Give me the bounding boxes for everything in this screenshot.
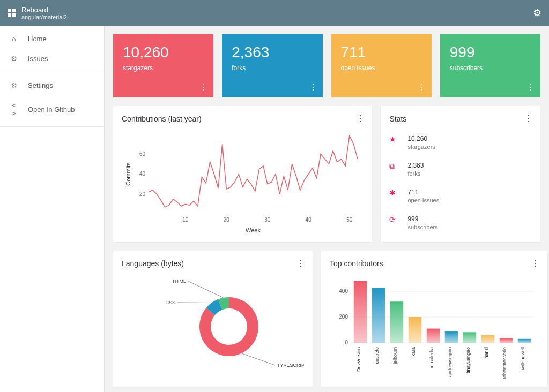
stat-value: 2,363 [232,44,313,61]
more-icon[interactable]: ⋮ [531,258,540,268]
more-icon[interactable]: ⋮ [356,114,365,124]
svg-text:HTML: HTML [173,278,187,284]
stat-value: 999 [450,44,531,61]
code-icon: < > [9,101,19,117]
settings-icon[interactable]: ⚙ [533,7,541,19]
svg-line-10 [188,281,224,298]
svg-text:20: 20 [139,191,146,197]
stat-icon: ✱ [389,189,398,197]
gear-icon: ⚙ [9,81,19,89]
stat-value: 999 [407,215,437,223]
card-title: Stats [389,115,532,123]
svg-text:400: 400 [339,288,348,294]
brand: Reboard angular/material2 [8,6,67,20]
svg-text:CSS: CSS [165,300,175,305]
svg-text:crisbeto: crisbeto [374,347,380,364]
stats-item: ★ 10,260 stargazers [389,135,532,150]
svg-text:hansl: hansl [484,347,489,359]
stat-label: open issues [407,197,439,203]
more-icon[interactable]: ⋮ [199,82,208,92]
stats-item: ⟳ 999 subscribers [389,215,532,230]
sidebar-item-issues[interactable]: ⚙ Issues [0,49,104,69]
stat-label: subscribers [407,224,437,230]
svg-rect-24 [372,288,385,343]
more-icon[interactable]: ⋮ [309,82,317,92]
stat-label: stargazers [407,144,435,150]
svg-rect-22 [354,281,367,343]
sidebar-item-github[interactable]: < > Open in Github [0,95,104,123]
stat-card: 10,260 stargazers ⋮ [113,34,213,97]
stats-item: ✱ 711 open issues [389,189,532,203]
svg-text:10: 10 [182,217,189,223]
svg-text:willshowell: willshowell [520,347,525,371]
stat-card: 999 subscribers ⋮ [440,34,540,97]
svg-text:mmalerba: mmalerba [429,347,434,368]
svg-text:Commits: Commits [125,162,131,186]
stat-label: stargazers [123,64,204,72]
svg-rect-30 [427,329,440,343]
svg-rect-34 [463,332,476,343]
svg-text:andrewseguin: andrewseguin [447,347,452,377]
stat-card: 711 open issues ⋮ [331,34,432,97]
main-content: 10,260 stargazers ⋮2,363 forks ⋮711 open… [105,26,549,392]
stat-cards-row: 10,260 stargazers ⋮2,363 forks ⋮711 open… [113,34,540,97]
stat-label: open issues [341,64,422,72]
app-title: Reboard [21,6,67,14]
svg-text:30: 30 [264,217,271,223]
stat-value: 711 [407,189,439,196]
sidebar-item-settings[interactable]: ⚙ Settings [0,76,104,95]
card-title: Languages (bytes) [122,259,304,268]
sidebar-item-home[interactable]: ⌂ Home [0,29,104,49]
languages-chart: HTMLCSSTYPESCRIPT [122,268,304,380]
svg-text:60: 60 [139,151,146,157]
svg-text:kara: kara [411,347,416,357]
svg-text:200: 200 [339,314,348,320]
svg-text:tinayuangao: tinayuangao [465,347,471,373]
stat-icon: ⧉ [389,162,398,171]
svg-text:Week: Week [246,227,261,233]
stats-card: Stats ⋮ ★ 10,260 stargazers⧉ 2,363 forks… [381,106,540,242]
svg-rect-38 [500,338,513,343]
svg-text:40: 40 [306,217,312,223]
more-icon[interactable]: ⋮ [524,114,533,124]
more-icon[interactable]: ⋮ [526,82,535,92]
top-contributors-chart: 0200400 DevVersion crisbeto jelbourn kar… [330,268,539,380]
more-icon[interactable]: ⋮ [296,258,305,268]
svg-line-14 [241,353,275,365]
svg-text:TYPESCRIPT: TYPESCRIPT [277,363,304,368]
svg-text:jelbourn: jelbourn [392,347,398,365]
stat-value: 10,260 [407,135,435,142]
top-contributors-card: Top contributors ⋮ 0200400 DevVersion cr… [321,251,547,387]
svg-text:20: 20 [224,217,230,223]
sidebar-item-label: Issues [28,55,48,63]
svg-text:0: 0 [345,340,348,345]
stat-label: subscribers [450,64,531,72]
svg-rect-36 [481,335,494,343]
stat-label: forks [407,170,424,177]
svg-rect-26 [390,301,403,343]
more-icon[interactable]: ⋮ [418,82,426,92]
card-title: Contributions (last year) [122,115,363,123]
contributions-card: Contributions (last year) ⋮ 204060102030… [113,106,372,242]
stat-value: 2,363 [407,162,424,169]
stat-icon: ⟳ [389,215,398,224]
svg-text:robertmesserle: robertmesserle [502,347,507,379]
svg-text:50: 50 [346,217,353,223]
stat-icon: ★ [389,135,398,144]
stats-item: ⧉ 2,363 forks [389,162,532,177]
sidebar-item-label: Home [28,35,47,43]
dashboard-icon [8,9,16,17]
stat-label: forks [232,64,313,72]
sidebar: ⌂ Home ⚙ Issues ⚙ Settings < > Open in G… [0,26,105,392]
sidebar-item-label: Open in Github [28,105,75,114]
svg-rect-28 [409,317,421,343]
card-title: Top contributors [330,259,539,268]
contributions-chart: 2040601020304050WeekCommits [122,123,363,236]
svg-rect-32 [445,331,458,343]
topbar: Reboard angular/material2 ⚙ [0,0,549,26]
issues-icon: ⚙ [9,55,19,63]
svg-line-12 [177,303,212,303]
home-icon: ⌂ [9,35,19,43]
stat-value: 10,260 [123,44,204,61]
app-subtitle: angular/material2 [21,14,67,20]
